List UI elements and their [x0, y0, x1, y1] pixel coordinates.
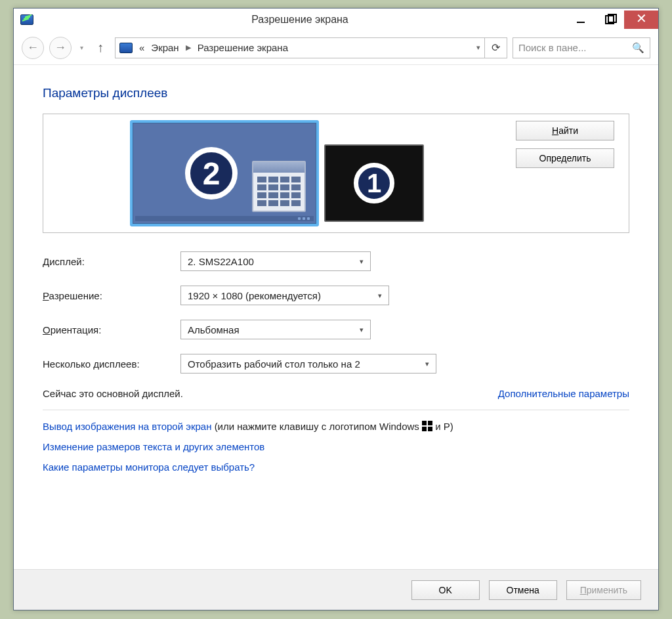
window-thumbnail-icon	[252, 161, 306, 212]
taskbar-icon	[135, 216, 314, 221]
dialog-footer: OK Отмена ПрименитьПрименить	[14, 569, 658, 610]
display-select[interactable]: 2. SMS22A100▾	[180, 251, 371, 271]
system-icon	[20, 14, 33, 25]
address-bar[interactable]: « Экран ▶ Разрешение экрана ▾	[115, 37, 485, 58]
text-size-link[interactable]: Изменение размеров текста и других элеме…	[43, 441, 264, 452]
search-icon: 🔍	[632, 42, 644, 54]
find-button[interactable]: ННайтиайти	[516, 121, 614, 140]
chevron-right-icon: ▶	[186, 43, 191, 52]
history-dropdown-icon[interactable]: ▾	[77, 44, 86, 51]
resolution-select[interactable]: 1920 × 1080 (рекомендуется)▾	[180, 286, 389, 305]
advanced-settings-link[interactable]: Дополнительные параметры	[498, 388, 629, 399]
apply-button[interactable]: ПрименитьПрименить	[566, 580, 641, 600]
maximize-button[interactable]	[595, 11, 624, 29]
location-icon	[119, 43, 133, 53]
monitor-1-number: 1	[354, 163, 394, 203]
main-display-status: Сейчас это основной дисплей.	[43, 388, 183, 399]
page-heading: Параметры дисплеев	[43, 86, 629, 100]
navigation-bar: ← → ▾ ↑ « Экран ▶ Разрешение экрана ▾ ⟳ …	[14, 31, 658, 65]
monitor-help-link[interactable]: Какие параметры монитора следует выбрать…	[43, 461, 255, 473]
monitor-1-preview[interactable]: 1	[324, 144, 424, 222]
monitor-2-number: 2	[185, 147, 238, 200]
chevron-down-icon: ▾	[370, 291, 382, 300]
breadcrumb-item-1[interactable]: Экран	[151, 42, 178, 53]
chevron-down-icon: ▾	[417, 360, 429, 368]
multiple-displays-label: Несколько дисплеев:	[43, 358, 180, 370]
windows-logo-icon	[422, 421, 432, 431]
address-dropdown-icon[interactable]: ▾	[476, 43, 480, 52]
multiple-displays-select[interactable]: Отобразить рабочий стол только на 2▾	[180, 354, 436, 374]
chevron-down-icon: ▾	[352, 257, 364, 266]
detect-button[interactable]: Определить	[516, 148, 614, 168]
cancel-button[interactable]: Отмена	[489, 580, 557, 600]
display-preview: 2 1 ННайтиайти Определить	[43, 114, 629, 233]
back-button[interactable]: ←	[22, 37, 44, 59]
orientation-label: Ориентация:Ориентация:	[43, 324, 180, 335]
forward-button[interactable]: →	[49, 37, 72, 59]
monitor-2-preview[interactable]: 2	[130, 120, 319, 226]
close-button[interactable]: ✕	[624, 11, 658, 29]
display-label: Дисплей:Дисплей:	[43, 256, 180, 267]
project-hint-b: и P)	[435, 421, 453, 432]
ok-button[interactable]: OK	[411, 580, 480, 600]
project-hint-a: (или нажмите клавишу с логотипом Windows	[215, 421, 422, 432]
titlebar[interactable]: Разрешение экрана ✕	[14, 9, 658, 31]
resolution-label: Разрешение:Разрешение:	[43, 290, 180, 301]
search-placeholder: Поиск в пане...	[518, 42, 627, 53]
up-button[interactable]: ↑	[91, 39, 110, 57]
search-input[interactable]: Поиск в пане... 🔍	[513, 37, 650, 58]
screen-resolution-window: Разрешение экрана ✕ ← → ▾ ↑ « Экран ▶ Ра…	[13, 8, 659, 610]
chevron-down-icon: ▾	[352, 326, 364, 334]
orientation-select[interactable]: Альбомная▾	[180, 320, 371, 339]
breadcrumb-item-2[interactable]: Разрешение экрана	[198, 42, 288, 53]
window-title: Разрешение экрана	[33, 14, 566, 26]
breadcrumb-prefix: «	[139, 42, 144, 53]
project-second-screen-link[interactable]: Вывод изображения на второй экран	[43, 421, 211, 432]
refresh-button[interactable]: ⟳	[485, 37, 507, 58]
minimize-button[interactable]	[566, 11, 595, 29]
